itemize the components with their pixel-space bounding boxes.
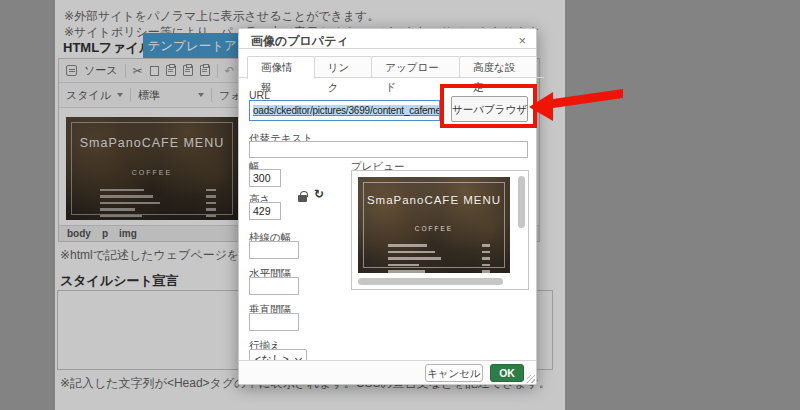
- vspace-input[interactable]: [249, 313, 299, 331]
- tab-advanced[interactable]: 高度な設定: [459, 56, 537, 77]
- menu-line: [358, 251, 510, 254]
- menu-line: [358, 257, 510, 260]
- screen: ※外部サイトをパノラマ上に表示させることができます。 ※サイトポリシー等により、…: [0, 0, 800, 410]
- ok-button[interactable]: OK: [490, 364, 524, 382]
- pointer-arrow-icon: [528, 80, 624, 122]
- dialog-tabs: 画像情報 リンク アップロード 高度な設定: [247, 56, 536, 78]
- dialog-resize-handle[interactable]: [527, 375, 535, 383]
- highlight-rectangle: [440, 84, 537, 128]
- hspace-input[interactable]: [249, 277, 299, 295]
- preview-horizontal-scrollbar[interactable]: [358, 278, 503, 285]
- dialog-title: 画像のプロパティ: [239, 29, 536, 49]
- menu-line: [358, 270, 510, 273]
- preview-vertical-scrollbar[interactable]: [518, 176, 525, 228]
- menu-line: [358, 244, 510, 247]
- height-input[interactable]: [249, 202, 281, 220]
- border-width-input[interactable]: [249, 241, 299, 259]
- cafe-subtitle: COFFEE: [358, 225, 510, 232]
- menu-line: [358, 264, 510, 267]
- cafe-menu-lines: [358, 240, 510, 273]
- cafe-title: SmaPanoCAFE MENU: [358, 194, 510, 206]
- cafe-menu-preview-image: SmaPanoCAFE MENU COFFEE: [358, 177, 510, 273]
- url-input[interactable]: oads/ckeditor/pictures/3699/content_cafe…: [249, 100, 440, 121]
- reset-size-icon[interactable]: ↻: [314, 187, 324, 201]
- tab-upload[interactable]: アップロード: [371, 56, 460, 77]
- url-selected-text: oads/ckeditor/pictures/3699/content_cafe…: [253, 105, 440, 116]
- dialog-footer: キャンセル OK: [239, 360, 536, 384]
- alt-text-input[interactable]: [249, 141, 528, 158]
- width-input[interactable]: [249, 169, 281, 187]
- cancel-button[interactable]: キャンセル: [425, 364, 483, 382]
- image-properties-dialog: 画像のプロパティ × 画像情報 リンク アップロード 高度な設定 URL oad…: [238, 28, 537, 385]
- preview-pane: SmaPanoCAFE MENU COFFEE: [351, 170, 529, 290]
- lock-ratio-icon[interactable]: [298, 195, 307, 202]
- close-icon[interactable]: ×: [518, 33, 526, 48]
- tab-link[interactable]: リンク: [314, 56, 373, 77]
- tab-image-info[interactable]: 画像情報: [247, 56, 315, 79]
